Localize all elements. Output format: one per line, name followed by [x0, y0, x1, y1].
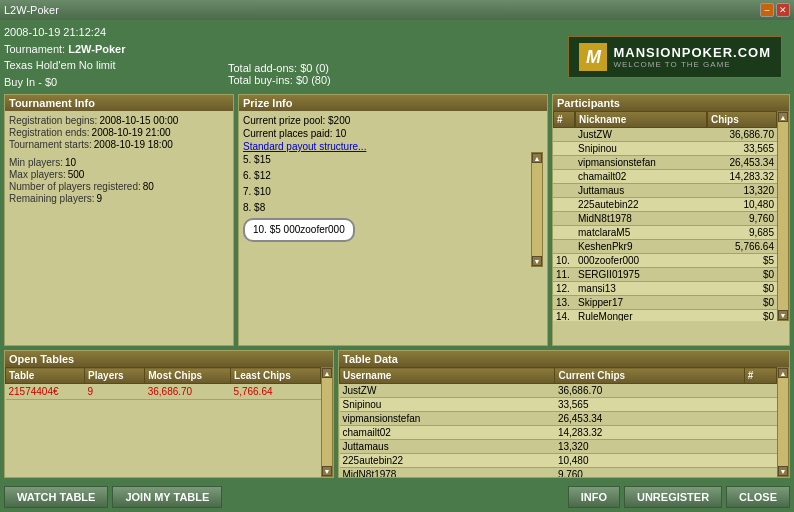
ot-rows: 21574404€ 9 36,686.70 5,766.64	[6, 384, 321, 400]
open-tables-panel: Open Tables Table Players Most Chips Lea…	[4, 350, 334, 478]
td-scroll-down[interactable]: ▼	[778, 466, 788, 476]
prize-item-4: 8. $8	[243, 200, 531, 216]
participant-row[interactable]: 10. 000zoofer000 $5	[553, 254, 777, 268]
td-chips: 26,453.34	[555, 412, 744, 426]
participant-chips: $5	[707, 254, 777, 267]
participant-row[interactable]: MidN8t1978 9,760	[553, 212, 777, 226]
participants-scroll-track	[778, 122, 788, 310]
ot-col-table: Table	[6, 368, 85, 384]
participant-chips: 9,760	[707, 212, 777, 225]
td-scroll-up[interactable]: ▲	[778, 368, 788, 378]
datetime: 2008-10-19 21:12:24	[4, 24, 224, 41]
close-window-button[interactable]: ✕	[776, 3, 790, 17]
participant-row[interactable]: JustZW 36,686.70	[553, 128, 777, 142]
panels-row: Tournament Info Registration begins: 200…	[0, 94, 794, 346]
header-info: 2008-10-19 21:12:24 Tournament: L2W-Poke…	[4, 24, 224, 90]
participant-name: Skipper17	[575, 296, 707, 309]
tournament-line: Tournament: L2W-Poker	[4, 41, 224, 58]
participant-num	[553, 198, 575, 211]
table-data-row: JustZW 36,686.70	[340, 384, 777, 398]
participant-chips: 33,565	[707, 142, 777, 155]
prize-info-body: Current prize pool: $200 Current places …	[239, 111, 547, 271]
payout-link[interactable]: Standard payout structure...	[243, 141, 543, 152]
prize-item-highlight: 10. $5 000zoofer000	[243, 216, 531, 244]
participants-scroll-area: # Nickname Chips JustZW 36,686.70 Snipin…	[553, 111, 789, 321]
participant-row[interactable]: 14. RuleMonger $0	[553, 310, 777, 321]
table-data-row: vipmansionstefan 26,453.34	[340, 412, 777, 426]
prize-item-1: 5. $15	[243, 152, 531, 168]
td-chips: 9,760	[555, 468, 744, 478]
watch-table-button[interactable]: WATCH TABLE	[4, 486, 108, 508]
participant-name: KeshenPkr9	[575, 240, 707, 253]
td-table-wrapper: Username Current Chips # JustZW 36,686.7…	[339, 367, 777, 477]
td-col-chips: Current Chips	[555, 368, 744, 384]
participant-row[interactable]: KeshenPkr9 5,766.64	[553, 240, 777, 254]
tournament-info-panel: Tournament Info Registration begins: 200…	[4, 94, 234, 346]
table-data-row: 225autebin22 10,480	[340, 454, 777, 468]
participant-row[interactable]: 13. Skipper17 $0	[553, 296, 777, 310]
participant-num	[553, 170, 575, 183]
participants-scroll-down[interactable]: ▼	[778, 310, 788, 320]
join-my-table-button[interactable]: JOIN MY TABLE	[112, 486, 222, 508]
top-section: 2008-10-19 21:12:24 Tournament: L2W-Poke…	[0, 20, 794, 94]
min-players-row: Min players: 10	[9, 157, 229, 168]
participant-name: chamailt02	[575, 170, 707, 183]
participant-row[interactable]: matclaraM5 9,685	[553, 226, 777, 240]
info-left: 2008-10-19 21:12:24 Tournament: L2W-Poke…	[4, 24, 224, 90]
participants-col-headers: # Nickname Chips	[553, 111, 777, 128]
prize-info-panel: Prize Info Current prize pool: $200 Curr…	[238, 94, 548, 346]
participant-row[interactable]: Snipinou 33,565	[553, 142, 777, 156]
participant-name: JustZW	[575, 128, 707, 141]
participant-num	[553, 156, 575, 169]
participant-row[interactable]: 225autebin22 10,480	[553, 198, 777, 212]
prize-scroll-up[interactable]: ▲	[532, 153, 542, 163]
open-tables-table: Table Players Most Chips Least Chips 215…	[5, 367, 321, 400]
participant-chips: 5,766.64	[707, 240, 777, 253]
td-chips: 13,320	[555, 440, 744, 454]
participants-header: Participants	[553, 95, 789, 111]
minimize-button[interactable]: –	[760, 3, 774, 17]
table-data-row: MidN8t1978 9,760	[340, 468, 777, 478]
ot-scroll-down[interactable]: ▼	[322, 466, 332, 476]
participants-scroll-up[interactable]: ▲	[778, 112, 788, 122]
participant-row[interactable]: 11. SERGII01975 $0	[553, 268, 777, 282]
participant-row[interactable]: 12. mansi13 $0	[553, 282, 777, 296]
participant-row[interactable]: Juttamaus 13,320	[553, 184, 777, 198]
brand-tagline: WELCOME TO THE GAME	[613, 60, 771, 69]
prize-item-3: 7. $10	[243, 184, 531, 200]
participant-row[interactable]: vipmansionstefan 26,453.34	[553, 156, 777, 170]
participant-name: SERGII01975	[575, 268, 707, 281]
prize-scrollbar[interactable]: ▲ ▼	[531, 152, 543, 267]
td-scrollbar[interactable]: ▲ ▼	[777, 367, 789, 477]
open-table-row[interactable]: 21574404€ 9 36,686.70 5,766.64	[6, 384, 321, 400]
prize-item-2: 6. $12	[243, 168, 531, 184]
info-button[interactable]: INFO	[568, 486, 620, 508]
unregister-button[interactable]: UNREGISTER	[624, 486, 722, 508]
ot-scroll-up[interactable]: ▲	[322, 368, 332, 378]
ot-scrollbar[interactable]: ▲ ▼	[321, 367, 333, 477]
participant-row[interactable]: chamailt02 14,283.32	[553, 170, 777, 184]
td-chips: 14,283.32	[555, 426, 744, 440]
prize-scroll-down[interactable]: ▼	[532, 256, 542, 266]
game-type: Texas Hold'em No limit	[4, 57, 224, 74]
td-num	[744, 398, 776, 412]
participant-name: MidN8t1978	[575, 212, 707, 225]
ot-col-least-chips: Least Chips	[231, 368, 321, 384]
participant-num	[553, 240, 575, 253]
td-chips: 33,565	[555, 398, 744, 412]
main-content: 2008-10-19 21:12:24 Tournament: L2W-Poke…	[0, 20, 794, 512]
td-num	[744, 412, 776, 426]
participant-chips: 14,283.32	[707, 170, 777, 183]
close-button[interactable]: CLOSE	[726, 486, 790, 508]
participant-num: 13.	[553, 296, 575, 309]
participant-name: vipmansionstefan	[575, 156, 707, 169]
td-num	[744, 440, 776, 454]
participant-chips: 26,453.34	[707, 156, 777, 169]
td-username: 225autebin22	[340, 454, 555, 468]
ot-col-headers: Table Players Most Chips Least Chips	[6, 368, 321, 384]
max-players-row: Max players: 500	[9, 169, 229, 180]
participant-name: RuleMonger	[575, 310, 707, 321]
participant-num	[553, 142, 575, 155]
participants-scrollbar[interactable]: ▲ ▼	[777, 111, 789, 321]
participant-name: matclaraM5	[575, 226, 707, 239]
